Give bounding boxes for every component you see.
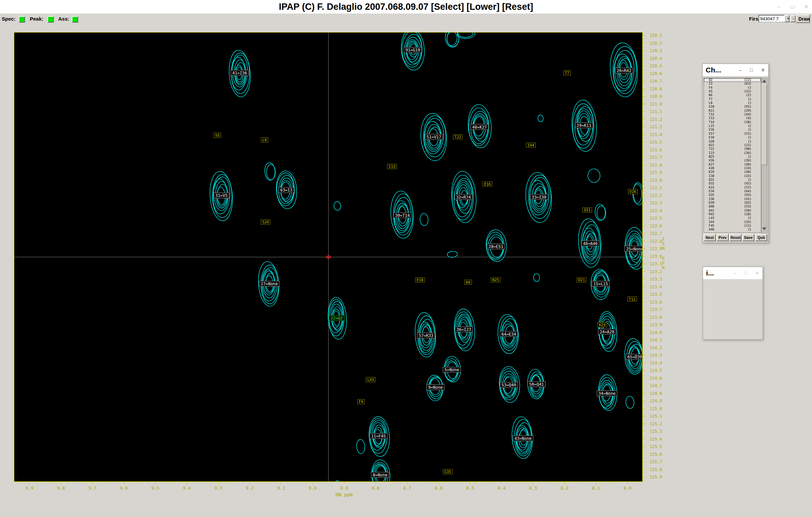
draw-button[interactable]: Draw [796,15,810,23]
peak-tag[interactable]: K6 [465,280,472,285]
peak-label[interactable]: 57=K33 [419,333,433,338]
peak-tag[interactable]: D21 [577,277,586,282]
peak-label[interactable]: 27=None [261,282,278,286]
residue-list-scrollbar[interactable] [761,78,767,233]
peak-tag[interactable]: F4 [357,399,364,404]
ch-list-item[interactable]: I44{35} [704,220,761,224]
scrollbar-thumb[interactable] [762,84,767,165]
peak-tag[interactable]: T22 [453,134,462,139]
peak-tag[interactable]: L8 [261,137,268,142]
ch-list-item[interactable]: G10{91} [704,105,761,109]
minimize-icon[interactable]: – [733,270,736,276]
peak-label[interactable]: 15=L15 [593,282,608,286]
ch-list-item[interactable]: E18{} [704,136,761,139]
increment-button[interactable]: + [784,15,790,22]
peak-label[interactable]: 64=E34 [501,332,516,337]
close-icon[interactable]: ✕ [755,270,759,276]
peak-tag[interactable]: E16 [483,182,492,186]
residue-list[interactable]: Q2{22}I3{63}F4{}V5{31}K6{2}T7{}L8{}G10{9… [704,78,761,233]
minimize-icon[interactable]: – [739,67,742,73]
peak-label[interactable]: 11=F45 [371,434,386,439]
ch-list-item[interactable]: V17{51} [704,132,761,136]
ch-quit-button[interactable]: Quit [755,234,767,241]
ch-prev-button[interactable]: Prev [717,234,729,241]
ch-list-item[interactable]: I36{41} [704,197,761,201]
ch-list-item[interactable]: K6{2} [704,93,761,97]
peak-label[interactable]: 28=E51 [489,244,503,249]
peak-label[interactable]: 30=T14 [395,213,410,218]
ch-list-item[interactable]: G35{93} [704,193,761,197]
ch-next-button[interactable]: Next [704,234,716,241]
peak-label[interactable]: 32=R74 [456,195,471,200]
peak-label[interactable]: 29=K11 [577,123,591,128]
ch-list-item[interactable]: R42{20} [704,212,761,216]
info-window-titlebar[interactable]: i... – □ ✕ [703,267,763,279]
ch-list-item[interactable]: A28{24} [704,166,761,170]
ch-save-button[interactable]: Save [742,234,754,241]
ch-list-item[interactable]: T7{} [704,97,761,101]
ch-list-item[interactable]: K33{57} [704,186,761,189]
close-icon[interactable]: ✕ [761,67,765,73]
ch-list-item[interactable]: Q31{} [704,178,761,182]
ch-list-item[interactable]: F45{11} [704,224,761,228]
ch-list-item[interactable]: D32{42} [704,182,761,185]
ch-list-item[interactable]: F4{} [704,86,761,90]
peak-label[interactable]: 5=None [445,367,459,372]
peak-tag[interactable]: L43 [366,377,375,382]
ch-list-item[interactable]: V26{26} [704,159,761,162]
ass-indicator[interactable] [72,16,78,23]
peak-label[interactable]: 51=V17 [427,135,441,139]
ch-list-item[interactable]: T12{44} [704,113,761,116]
peak-tag[interactable]: K29 [598,322,607,327]
maximize-icon[interactable]: □ [750,67,753,73]
peak-label[interactable]: 65=D39 [627,355,642,359]
minimize-icon[interactable]: – [777,3,781,10]
ch-list-item[interactable]: Q2{22} [704,78,761,82]
ch-list-item[interactable]: L43{} [704,216,761,220]
peak-label[interactable]: 36=I23 [456,327,471,332]
peak-label[interactable]: 50=Q41 [529,382,544,387]
spec-indicator[interactable] [19,16,25,23]
ch-list-item[interactable]: A46{} [704,228,761,231]
peak-label[interactable]: 31=V5 [215,193,228,198]
ch-list-item[interactable]: K11{29} [704,109,761,113]
ch-list-item[interactable]: K29{40} [704,170,761,174]
peak-label[interactable]: 20=R42 [617,68,631,73]
peak-label[interactable]: 33=I30 [532,195,546,200]
peak-tag[interactable]: V5 [214,133,221,138]
ch-list-item[interactable]: V5{31} [704,90,761,93]
peak-tag[interactable]: G35 [443,469,452,474]
ch-list-item[interactable]: D39{65} [704,201,761,205]
ch-list-item[interactable]: T22{98} [704,147,761,151]
ch-list-item[interactable]: L15{} [704,124,761,128]
scroll-down-icon[interactable] [762,227,766,230]
ch-list-item[interactable]: I13{4} [704,116,761,120]
scroll-up-icon[interactable] [762,80,766,83]
peak-tag[interactable]: V26 [628,189,637,194]
ch-list-item[interactable]: E34{64} [704,189,761,193]
ch-list-item[interactable]: T14{30} [704,120,761,124]
peak-label[interactable]: 91=G10 [405,48,420,52]
ch-list-item[interactable]: K27{48} [704,163,761,166]
peak-label[interactable]: 9=None [428,385,443,390]
peak-tag[interactable]: T12 [627,297,637,301]
ch-list-item[interactable]: N25{} [704,155,761,159]
maximize-icon[interactable]: □ [744,270,747,276]
decrement-button[interactable]: - [790,15,796,22]
ch-window-titlebar[interactable]: Ch... – □ ✕ [703,64,768,76]
peak-label[interactable]: 22=Q2 [330,316,343,320]
peak-label[interactable]: 8=None [373,473,387,477]
ch-list-item[interactable]: I30{33} [704,174,761,178]
spectrum-plot[interactable]: 41=I3691=G1020=R4229=K1151=V1748=K2731=V… [14,32,678,502]
peak-label[interactable]: 43=None [514,436,532,441]
peak-label[interactable]: 53=Q40 [501,383,516,387]
peak-label[interactable]: 25=None [626,247,643,251]
peak-tag[interactable]: E18 [415,277,425,282]
peak-tag[interactable]: S20 [261,220,270,224]
peak-indicator[interactable] [47,16,54,23]
ch-list-item[interactable]: S20{} [704,140,761,143]
peak-tag[interactable]: I13 [387,164,397,169]
maximize-icon[interactable]: ▭ [790,3,795,10]
ch-list-item[interactable]: D21{21} [704,143,761,147]
peak-tag[interactable]: N25 [491,277,500,282]
